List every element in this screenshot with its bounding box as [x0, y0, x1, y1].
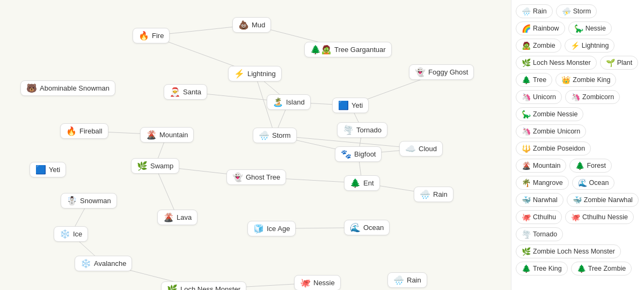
sidebar-item-rainbow[interactable]: 🌈Rainbow [516, 21, 565, 35]
sidebar-item-tree-zombie[interactable]: 🌲Tree Zombie [571, 262, 632, 276]
node-loch-ness[interactable]: 🌿Loch Ness Monster [161, 281, 246, 290]
sidebar-item-lightning[interactable]: ⚡Lightning [565, 39, 615, 53]
node-abominable-snowman[interactable]: 🐻Abominable Snowman [20, 80, 115, 96]
node-mountain[interactable]: 🌋Mountain [140, 127, 194, 143]
node-foggy-ghost[interactable]: 👻Foggy Ghost [409, 64, 474, 80]
sidebar-item-plant[interactable]: 🌱Plant [600, 56, 639, 70]
node-mud[interactable]: 💩Mud [232, 17, 271, 33]
sidebar-item-mountain[interactable]: 🌋Mountain [516, 159, 566, 173]
sidebar-item-narwhal[interactable]: 🐳Narwhal [516, 193, 564, 207]
node-snowman[interactable]: ☃️Snowman [61, 193, 117, 209]
node-ice-age[interactable]: 🧊Ice Age [247, 221, 296, 236]
sidebar-item-zombie-nessie[interactable]: 🦕Zombie Nessie [516, 107, 583, 121]
node-rain2[interactable]: 🌧️Rain [387, 272, 427, 288]
node-island[interactable]: 🏝️Island [267, 94, 311, 110]
node-lava[interactable]: 🌋Lava [157, 210, 197, 225]
sidebar: 🌧️Rain⛈️Storm🌈Rainbow🦕Nessie🧟Zombie⚡Ligh… [511, 0, 644, 290]
sidebar-item-tree[interactable]: 🌲Tree [516, 73, 552, 87]
sidebar-item-cthulhu-nessie[interactable]: 🐙Cthulhu Nessie [565, 210, 634, 224]
sidebar-item-zombie[interactable]: 🧟Zombie [516, 39, 561, 53]
sidebar-item-zombie-king[interactable]: 👑Zombie King [555, 73, 616, 87]
sidebar-item-unicorn[interactable]: 🦄Unicorn [516, 90, 562, 104]
sidebar-item-zombie-unicorn[interactable]: 🦄Zombie Unicorn [516, 124, 586, 138]
node-fire[interactable]: 🔥Fire [133, 28, 170, 43]
node-tornado[interactable]: 🌪️Tornado [337, 122, 387, 138]
node-ent[interactable]: 🌲Ent [344, 175, 380, 191]
node-nessie[interactable]: 🐙Nessie [294, 275, 341, 290]
node-ocean[interactable]: 🌊Ocean [344, 220, 390, 235]
sidebar-item-mangrove[interactable]: 🌴Mangrove [516, 176, 569, 190]
sidebar-grid: 🌧️Rain⛈️Storm🌈Rainbow🦕Nessie🧟Zombie⚡Ligh… [516, 4, 640, 276]
node-tree-gargantuar[interactable]: 🌲🧟Tree Gargantuar [304, 42, 392, 57]
sidebar-item-forest[interactable]: 🌲Forest [569, 159, 611, 173]
canvas-area[interactable]: 🔥Fire💩Mud🌲🧟Tree Gargantuar⚡Lightning👻Fog… [0, 0, 511, 290]
node-ghost-tree[interactable]: 👻Ghost Tree [226, 169, 286, 185]
sidebar-item-tornado[interactable]: 🌪️Tornado [516, 227, 563, 241]
node-lightning[interactable]: ⚡Lightning [228, 66, 282, 81]
node-ice[interactable]: ❄️Ice [54, 226, 88, 242]
node-cloud[interactable]: ☁️Cloud [399, 141, 443, 157]
sidebar-item-rain[interactable]: 🌧️Rain [516, 4, 553, 18]
sidebar-item-zombie-narwhal[interactable]: 🐳Zombie Narwhal [567, 193, 639, 207]
sidebar-item-nessie[interactable]: 🦕Nessie [568, 21, 612, 35]
node-santa[interactable]: 🎅Santa [164, 84, 207, 100]
node-yeti[interactable]: 🟦Yeti [332, 98, 369, 113]
node-avalanche[interactable]: ❄️Avalanche [75, 256, 132, 271]
node-swamp[interactable]: 🌿Swamp [131, 158, 179, 174]
node-storm[interactable]: 🌧️Storm [253, 128, 297, 143]
sidebar-item-zombicorn[interactable]: 🦄Zombicorn [565, 90, 620, 104]
sidebar-item-tree-king[interactable]: 🌲Tree King [516, 262, 568, 276]
sidebar-item-loch-ness[interactable]: 🌿Loch Ness Monster [516, 56, 597, 70]
sidebar-item-zombie-poseidon[interactable]: 🔱Zombie Poseidon [516, 142, 591, 155]
sidebar-item-ocean[interactable]: 🌊Ocean [572, 176, 615, 190]
sidebar-item-zombie-loch[interactable]: 🌿Zombie Loch Ness Monster [516, 244, 621, 258]
node-fireball[interactable]: 🔥Fireball [60, 123, 108, 139]
node-yeti2[interactable]: 🟦Yeti [30, 162, 66, 177]
node-bigfoot[interactable]: 🐾Bigfoot [335, 146, 382, 162]
sidebar-item-storm[interactable]: ⛈️Storm [556, 4, 597, 18]
sidebar-item-cthulhu[interactable]: 🐙Cthulhu [516, 210, 562, 224]
node-rain[interactable]: 🌧️Rain [414, 187, 453, 202]
